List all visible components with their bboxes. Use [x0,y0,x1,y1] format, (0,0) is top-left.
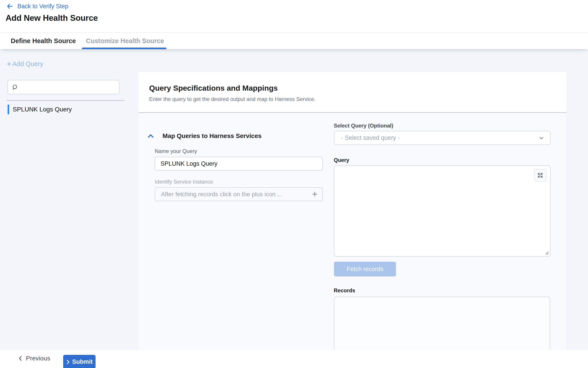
previous-button[interactable]: Previous [18,350,50,367]
map-queries-heading: Map Queries to Harness Services [163,132,262,139]
selected-indicator-bar [8,104,9,114]
records-label: Records [334,287,355,294]
chevron-right-icon [66,359,70,365]
saved-query-dropdown-value: - Select saved query - [341,134,538,141]
submit-button-label: Submit [72,359,93,365]
records-box [334,296,550,350]
service-instance-input[interactable] [161,191,311,198]
query-item-label: SPLUNK Logs Query [13,106,72,113]
query-search-box [7,80,119,94]
service-instance-field: + [155,187,323,201]
resize-grip-icon[interactable] [545,251,549,255]
query-form-area: Map Queries to Harness Services Name you… [138,113,566,350]
footer-bar: Previous Submit [0,350,588,368]
panel-subtitle: Enter the query to get the desired outpu… [149,96,566,102]
query-name-input[interactable] [155,157,323,171]
back-link-label: Back to Verify Step [18,3,68,10]
query-textarea[interactable] [335,166,550,256]
query-editor-box [334,166,551,257]
chevron-left-icon [18,356,23,361]
name-your-query-label: Name your Query [155,148,197,154]
query-list-item[interactable]: SPLUNK Logs Query [8,104,124,115]
expand-query-button[interactable] [534,169,546,182]
query-label: Query [334,157,349,163]
map-queries-section-header: Map Queries to Harness Services [147,132,262,139]
active-tab-underline [82,47,166,49]
arrow-left-icon [6,3,13,10]
collapse-section-button[interactable] [147,133,154,139]
sidebar-divider [7,100,125,101]
plus-icon: + [7,61,11,67]
add-query-button[interactable]: + Add Query [7,60,43,68]
chevron-down-icon [538,135,545,141]
panel-title: Query Specifications and Mappings [149,84,566,92]
tab-bar: Define Health Source Customize Health So… [0,32,588,49]
page-title: Add New Health Source [6,13,98,23]
add-service-instance-plus-icon[interactable]: + [311,190,318,199]
previous-button-label: Previous [26,355,50,362]
submit-button[interactable]: Submit [63,355,96,368]
identify-service-instance-label: Identify Service Instance [155,179,213,185]
tab-define-health-source[interactable]: Define Health Source [11,33,76,49]
add-new-health-source-page: { "colors": { "accent_blue": "#2c70d9", … [0,0,588,368]
saved-query-dropdown[interactable]: - Select saved query - [334,131,551,145]
fetch-records-button[interactable]: Fetch records [334,262,396,276]
back-link[interactable]: Back to Verify Step [6,3,68,10]
add-query-label: Add Query [12,60,43,68]
search-icon [11,84,18,91]
query-specifications-panel: Query Specifications and Mappings Enter … [138,72,566,350]
search-input[interactable] [21,83,115,91]
content-area: + Add Query SPLUNK Logs Query Query Spec… [0,49,588,350]
select-query-label: Select Query (Optional) [334,123,393,129]
panel-header: Query Specifications and Mappings Enter … [138,72,566,102]
tab-customize-health-source[interactable]: Customize Health Source [86,33,164,49]
